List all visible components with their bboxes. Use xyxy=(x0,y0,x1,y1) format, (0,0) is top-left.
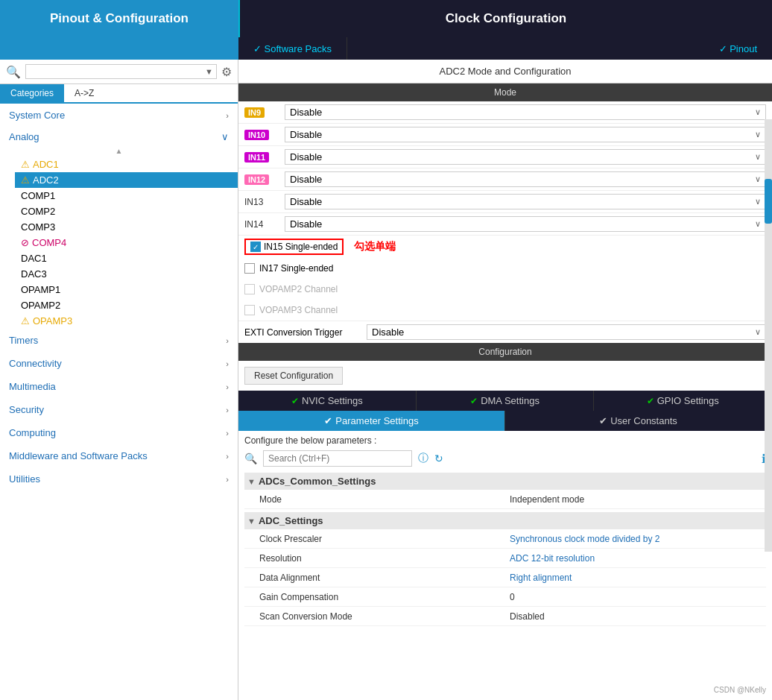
analog-item-opamp1[interactable]: OPAMP1 xyxy=(15,282,238,297)
tab-user-constants[interactable]: ✔ User Constants xyxy=(505,411,772,431)
chevron-right-icon-connectivity: › xyxy=(226,359,229,368)
utilities-label: Utilities xyxy=(9,473,40,485)
chevron-right-icon-security: › xyxy=(226,406,229,414)
in15-label: IN15 Single-ended xyxy=(264,242,338,252)
analog-item-dac1[interactable]: DAC1 xyxy=(15,250,238,266)
arrow-icon-common: ▼ xyxy=(247,477,256,486)
right-panel: ADC2 Mode and Configuration Mode IN9 Dis… xyxy=(238,60,772,700)
params-area: Configure the below parameters : 🔍 ⓘ ↻ ℹ… xyxy=(238,431,772,634)
config-tabs-row2: ✔ Parameter Settings ✔ User Constants xyxy=(238,411,772,431)
mode-select-in13[interactable]: Disable ∨ xyxy=(285,194,766,209)
analog-item-comp2[interactable]: COMP2 xyxy=(15,204,238,219)
software-packs-button[interactable]: ✓ Software Packs xyxy=(238,37,347,60)
tab-params-label: Parameter Settings xyxy=(335,415,418,426)
sidebar-item-computing[interactable]: Computing › xyxy=(0,421,238,444)
scrollbar-track[interactable] xyxy=(765,119,772,552)
search-icon-params: 🔍 xyxy=(244,453,257,464)
chevron-down-icon: ∨ xyxy=(221,131,229,142)
exti-select[interactable]: Disable ∨ xyxy=(367,324,766,340)
tab-icon-params: ✔ xyxy=(324,415,332,426)
tag-in10: IN10 xyxy=(244,130,269,140)
analog-item-comp4[interactable]: ⊘ COMP4 xyxy=(15,235,238,250)
dropdown-icon-in14: ∨ xyxy=(755,219,761,229)
param-row-resolution: Resolution ADC 12-bit resolution xyxy=(244,549,766,568)
param-name-mode: Mode xyxy=(259,494,510,505)
mode-select-in9[interactable]: Disable ∨ xyxy=(285,104,766,120)
dropdown-arrow-icon[interactable]: ▼ xyxy=(205,67,213,76)
sidebar-item-connectivity[interactable]: Connectivity › xyxy=(0,352,238,375)
sidebar-item-middleware[interactable]: Middleware and Software Packs › xyxy=(0,444,238,467)
label-in13: IN13 xyxy=(244,197,263,207)
collapse-indicator: ▲ xyxy=(0,147,238,155)
params-title: Configure the below parameters : xyxy=(244,435,766,446)
pinout-button[interactable]: ✓ Pinout xyxy=(704,37,772,60)
checkbox-row-vopamp3: VOPAMP3 Channel xyxy=(238,300,772,321)
tab-az[interactable]: A->Z xyxy=(64,84,104,102)
sidebar-item-timers[interactable]: Timers › xyxy=(0,329,238,352)
sidebar-item-analog[interactable]: Analog ∨ xyxy=(0,127,238,147)
mode-row-in9: IN9 Disable ∨ xyxy=(238,101,772,124)
checkbox-in15[interactable]: ✓ xyxy=(250,242,261,252)
analog-item-comp1[interactable]: COMP1 xyxy=(15,188,238,204)
checkbox-vopamp2[interactable] xyxy=(244,284,255,294)
mode-header: Mode xyxy=(238,83,772,101)
sidebar-item-utilities[interactable]: Utilities › xyxy=(0,467,238,491)
tab-nvic-label: NVIC Settings xyxy=(302,395,363,406)
search-input[interactable] xyxy=(29,66,205,77)
exti-value: Disable xyxy=(372,327,404,338)
tab-gpio-settings[interactable]: ✔ GPIO Settings xyxy=(594,391,772,411)
mode-row-in14: IN14 Disable ∨ xyxy=(238,213,772,236)
analog-item-dac3[interactable]: DAC3 xyxy=(15,266,238,282)
sidebar-item-multimedia[interactable]: Multimedia › xyxy=(0,375,238,398)
chevron-right-icon-utilities: › xyxy=(226,475,229,484)
mode-select-in14[interactable]: Disable ∨ xyxy=(285,216,766,232)
dropdown-icon-exti: ∨ xyxy=(755,327,761,337)
tab-dma-settings[interactable]: ✔ DMA Settings xyxy=(417,391,595,411)
checkbox-in17[interactable] xyxy=(244,263,255,274)
tab-icon-gpio: ✔ xyxy=(647,396,654,406)
params-search-input[interactable] xyxy=(263,450,412,467)
scrollbar-thumb[interactable] xyxy=(765,179,772,224)
sidebar-item-security[interactable]: Security › xyxy=(0,398,238,421)
adc-title: ADC2 Mode and Configuration xyxy=(238,60,772,83)
chevron-right-icon-multimedia: › xyxy=(226,382,229,391)
mode-select-in11[interactable]: Disable ∨ xyxy=(285,149,766,165)
mode-value-in11: Disable xyxy=(290,151,322,163)
tab-gpio-label: GPIO Settings xyxy=(657,395,719,406)
analog-item-comp3[interactable]: COMP3 xyxy=(15,219,238,235)
dropdown-icon-in10: ∨ xyxy=(755,130,761,139)
reset-config-button[interactable]: Reset Configuration xyxy=(244,367,343,385)
exti-label: EXTI Conversion Trigger xyxy=(244,327,364,338)
param-name-clock-prescaler: Clock Prescaler xyxy=(259,534,510,544)
analog-item-adc2[interactable]: ⚠ ADC2 xyxy=(15,172,238,188)
sidebar-item-system-core[interactable]: System Core › xyxy=(0,104,238,127)
tab-parameter-settings[interactable]: ✔ Parameter Settings xyxy=(238,411,505,431)
system-core-label: System Core xyxy=(9,110,65,121)
config-header: Configuration xyxy=(238,343,772,361)
gear-icon[interactable]: ⚙ xyxy=(221,65,232,79)
mode-value-in14: Disable xyxy=(290,218,322,230)
label-in14: IN14 xyxy=(244,219,263,230)
mode-select-in10[interactable]: Disable ∨ xyxy=(285,127,766,142)
tab-user-label: User Constants xyxy=(610,415,677,426)
collapse-all-icon[interactable]: ⓘ xyxy=(418,452,428,465)
mode-select-in12[interactable]: Disable ∨ xyxy=(285,171,766,187)
tab-icon-nvic: ✔ xyxy=(291,396,299,406)
param-name-scan-conversion: Scan Conversion Mode xyxy=(259,611,510,622)
param-group-header-adcs-common[interactable]: ▼ ADCs_Common_Settings xyxy=(244,473,766,490)
tab-nvic-settings[interactable]: ✔ NVIC Settings xyxy=(238,391,417,411)
mode-row-in12: IN12 Disable ∨ xyxy=(238,168,772,191)
tab-categories[interactable]: Categories xyxy=(0,84,64,102)
expand-all-icon[interactable]: ↻ xyxy=(434,453,443,464)
group-label-adc-settings: ADC_Settings xyxy=(259,515,323,526)
checkbox-row-in15: ✓ IN15 Single-ended 勾选单端 xyxy=(238,236,772,258)
analog-item-adc1[interactable]: ⚠ ADC1 xyxy=(15,157,238,172)
param-group-header-adc-settings[interactable]: ▼ ADC_Settings xyxy=(244,512,766,529)
param-value-clock-prescaler: Synchronous clock mode divided by 2 xyxy=(510,534,760,544)
analog-item-opamp3[interactable]: ⚠ OPAMP3 xyxy=(15,313,238,329)
analog-item-opamp2[interactable]: OPAMP2 xyxy=(15,297,238,313)
vopamp2-label: VOPAMP2 Channel xyxy=(259,284,338,294)
checkbox-vopamp3[interactable] xyxy=(244,305,255,315)
tab-dma-label: DMA Settings xyxy=(481,395,540,406)
chevron-right-icon: › xyxy=(226,111,229,120)
